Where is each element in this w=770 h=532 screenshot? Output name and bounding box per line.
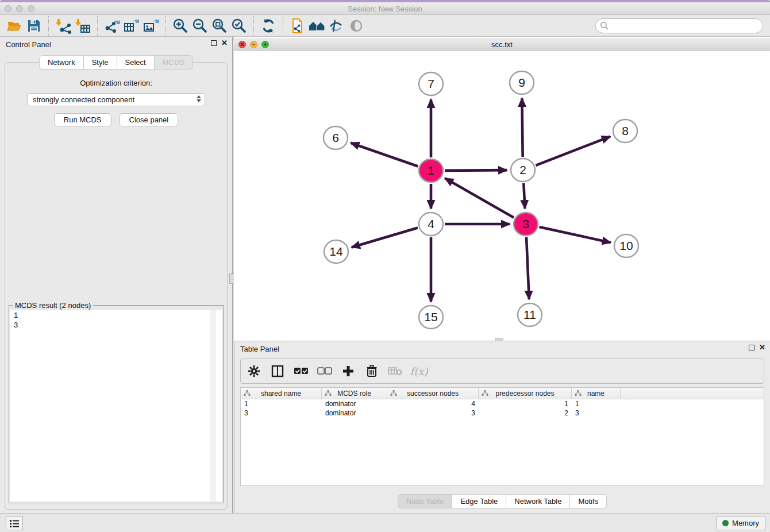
column-header-MCDS-role[interactable]: MCDS role [322,388,387,399]
tab-edge-table[interactable]: Edge Table [452,494,506,508]
table-row[interactable]: 3dominator323 [241,408,764,418]
memory-button[interactable]: Memory [716,516,765,530]
criterion-select[interactable]: strongly connected component [27,93,205,106]
tab-network[interactable]: Network [39,55,84,70]
hide-panel-button[interactable] [346,17,366,35]
graph-node-3[interactable]: 3 [514,213,538,236]
edge-3-10[interactable] [539,227,610,242]
table-cell[interactable]: 4 [387,399,479,408]
graph-node-8[interactable]: 8 [613,119,637,142]
apply-function-button[interactable]: f(x) [411,364,426,379]
table-cell[interactable]: 3 [387,408,479,418]
result-scrollbar[interactable] [210,310,216,502]
column-visibility-button[interactable] [270,364,285,379]
network-window-title: scc.txt [234,40,770,49]
clone-network-icon [290,18,306,34]
table-cell[interactable]: 3 [241,408,322,418]
mcds-result-list[interactable]: 13 [10,310,222,502]
graph-node-9[interactable]: 9 [510,71,534,94]
network-window-titlebar[interactable]: ✕ − + scc.txt [234,38,770,51]
zoom-in-button[interactable] [171,17,190,35]
table-panel: Table Panel ✕ [234,341,770,513]
table-header-row: shared nameMCDS rolesuccessor nodesprede… [241,388,764,399]
graph-node-4[interactable]: 4 [419,213,443,236]
clone-network-button[interactable] [288,17,307,35]
graph-node-7[interactable]: 7 [419,72,443,95]
float-panel-icon[interactable] [211,40,217,46]
node-table[interactable]: shared nameMCDS rolesuccessor nodesprede… [240,387,764,486]
add-row-button[interactable] [341,364,356,379]
table-row[interactable]: 1dominator411 [241,399,764,408]
close-panel-icon[interactable]: ✕ [221,40,228,46]
toolbar-separator [283,16,283,36]
table-cell[interactable]: 1 [572,399,621,408]
tab-node-table[interactable]: Node Table [398,494,453,508]
edge-2-3[interactable] [523,183,525,209]
style-preview-button[interactable] [327,17,346,35]
table-tabs: Node Table Edge Table Network Table Moti… [234,494,770,508]
edge-4-14[interactable] [352,228,418,247]
tab-select[interactable]: Select [117,55,155,70]
table-cell[interactable]: dominator [322,408,387,418]
open-session-button[interactable] [5,17,24,35]
export-network-button[interactable] [102,17,122,35]
select-all-button[interactable] [294,364,309,379]
zoom-fit-button[interactable] [210,17,229,35]
unselect-all-button[interactable] [317,364,332,379]
table-cell[interactable]: 1 [241,399,322,408]
close-table-panel-icon[interactable]: ✕ [759,345,765,350]
tab-mcds[interactable]: MCDS [155,55,193,70]
edge-1-2[interactable] [445,170,507,171]
tab-network-table[interactable]: Network Table [506,494,570,508]
close-panel-button[interactable]: Close panel [120,113,179,126]
delete-row-button[interactable] [364,364,379,379]
export-table-button[interactable] [122,17,141,35]
import-network-button[interactable] [53,17,73,35]
float-table-panel-icon[interactable] [749,345,754,350]
mcds-tab-panel: Optimization criterion: strongly connect… [5,62,228,510]
edge-3-11[interactable] [526,237,529,299]
zoom-selected-button[interactable] [229,17,249,35]
export-image-button[interactable] [141,17,161,35]
column-header-predecessor-nodes[interactable]: predecessor nodes [479,388,572,399]
graph-node-2[interactable]: 2 [511,159,535,182]
eye-icon [348,18,364,33]
import-network-icon [55,18,72,34]
task-history-button[interactable] [6,516,23,530]
network-view-window: ✕ − + scc.txt 7968124314101511 [234,37,770,341]
delete-table-button[interactable] [388,364,403,379]
reset-view-button[interactable] [307,17,327,35]
zoom-out-button[interactable] [190,17,210,35]
edge-2-9[interactable] [522,98,522,157]
graph-node-14[interactable]: 14 [324,240,348,263]
export-network-icon [103,18,121,34]
edge-1-6[interactable] [351,143,418,167]
tab-style[interactable]: Style [84,55,117,70]
table-settings-button[interactable] [247,364,261,379]
search-field [595,18,763,33]
toolbar-separator [97,16,98,36]
graph-node-11[interactable]: 11 [518,303,542,326]
run-mcds-button[interactable]: Run MCDS [54,113,111,126]
edge-3-1[interactable] [445,178,514,217]
toolbar-separator [165,16,166,36]
network-canvas[interactable]: 7968124314101511 [234,51,770,341]
node-label: 6 [332,131,339,144]
table-cell[interactable]: dominator [322,399,387,408]
column-header-name[interactable]: name [572,388,621,399]
import-table-button[interactable] [73,17,93,35]
graph-node-6[interactable]: 6 [324,126,348,149]
table-cell[interactable]: 1 [479,399,572,408]
apply-layout-button[interactable] [259,17,278,35]
save-session-button[interactable] [24,17,44,35]
table-cell[interactable]: 3 [572,408,621,418]
column-header-shared-name[interactable]: shared name [241,388,322,399]
edge-2-8[interactable] [536,137,610,165]
graph-node-1[interactable]: 1 [419,159,443,182]
tab-motifs[interactable]: Motifs [570,494,607,508]
graph-node-10[interactable]: 10 [614,234,638,257]
table-cell[interactable]: 2 [479,408,572,418]
search-input[interactable] [595,18,763,33]
column-header-successor-nodes[interactable]: successor nodes [387,388,479,399]
graph-node-15[interactable]: 15 [419,306,443,329]
